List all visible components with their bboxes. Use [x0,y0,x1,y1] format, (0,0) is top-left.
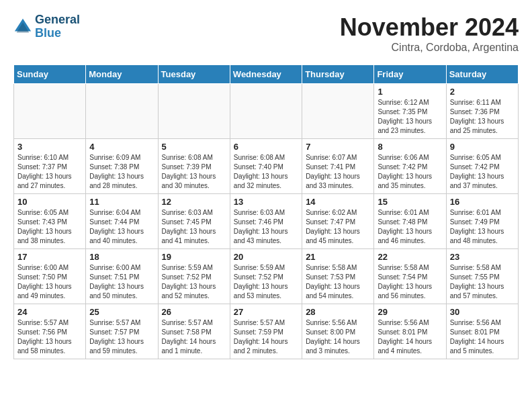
day-number: 19 [162,252,226,262]
day-number: 2 [450,87,515,97]
day-number: 6 [234,142,298,152]
day-number: 1 [378,87,442,97]
day-info: Sunrise: 5:57 AM Sunset: 7:57 PM Dayligh… [89,318,154,356]
day-number: 4 [89,142,154,152]
day-number: 25 [89,307,154,317]
weekday-header-saturday: Saturday [446,65,518,84]
logo: General Blue [13,13,80,40]
weekday-header-thursday: Thursday [302,65,374,84]
calendar-day-cell: 30Sunrise: 5:56 AM Sunset: 8:01 PM Dayli… [446,304,518,359]
calendar-day-cell: 17Sunrise: 6:00 AM Sunset: 7:50 PM Dayli… [14,249,86,304]
calendar-day-cell: 21Sunrise: 5:58 AM Sunset: 7:53 PM Dayli… [302,249,374,304]
day-number: 16 [450,197,515,207]
calendar-day-cell: 22Sunrise: 5:58 AM Sunset: 7:54 PM Dayli… [374,249,446,304]
calendar-day-cell: 1Sunrise: 6:12 AM Sunset: 7:35 PM Daylig… [374,84,446,139]
day-number: 12 [162,197,226,207]
day-info: Sunrise: 6:07 AM Sunset: 7:41 PM Dayligh… [306,153,370,191]
day-info: Sunrise: 6:01 AM Sunset: 7:48 PM Dayligh… [378,208,442,246]
day-number: 24 [17,307,82,317]
calendar-day-cell: 18Sunrise: 6:00 AM Sunset: 7:51 PM Dayli… [86,249,158,304]
calendar-day-cell: 16Sunrise: 6:01 AM Sunset: 7:49 PM Dayli… [446,194,518,249]
day-info: Sunrise: 5:59 AM Sunset: 7:52 PM Dayligh… [162,263,226,301]
day-number: 21 [306,252,370,262]
calendar: SundayMondayTuesdayWednesdayThursdayFrid… [13,64,519,359]
weekday-header-tuesday: Tuesday [158,65,230,84]
calendar-day-cell: 9Sunrise: 6:05 AM Sunset: 7:42 PM Daylig… [446,139,518,194]
day-number: 27 [234,307,298,317]
day-number: 30 [450,307,515,317]
calendar-day-cell: 19Sunrise: 5:59 AM Sunset: 7:52 PM Dayli… [158,249,230,304]
day-number: 18 [89,252,154,262]
calendar-week-row: 17Sunrise: 6:00 AM Sunset: 7:50 PM Dayli… [14,249,519,304]
day-info: Sunrise: 6:04 AM Sunset: 7:44 PM Dayligh… [89,208,154,246]
day-number: 10 [17,197,82,207]
calendar-day-cell: 24Sunrise: 5:57 AM Sunset: 7:56 PM Dayli… [14,304,86,359]
calendar-day-cell: 11Sunrise: 6:04 AM Sunset: 7:44 PM Dayli… [86,194,158,249]
day-number: 22 [378,252,442,262]
day-info: Sunrise: 5:58 AM Sunset: 7:53 PM Dayligh… [306,263,370,301]
calendar-day-cell [158,84,230,139]
month-title: November 2024 [340,13,519,42]
calendar-day-cell [230,84,302,139]
calendar-week-row: 1Sunrise: 6:12 AM Sunset: 7:35 PM Daylig… [14,84,519,139]
day-info: Sunrise: 6:12 AM Sunset: 7:35 PM Dayligh… [378,98,442,136]
day-number: 9 [450,142,515,152]
day-info: Sunrise: 6:00 AM Sunset: 7:51 PM Dayligh… [89,263,154,301]
calendar-day-cell: 2Sunrise: 6:11 AM Sunset: 7:36 PM Daylig… [446,84,518,139]
day-info: Sunrise: 5:56 AM Sunset: 8:01 PM Dayligh… [450,318,515,356]
day-info: Sunrise: 6:03 AM Sunset: 7:45 PM Dayligh… [162,208,226,246]
day-number: 8 [378,142,442,152]
calendar-week-row: 24Sunrise: 5:57 AM Sunset: 7:56 PM Dayli… [14,304,519,359]
day-number: 7 [306,142,370,152]
day-info: Sunrise: 5:56 AM Sunset: 8:00 PM Dayligh… [306,318,370,356]
day-info: Sunrise: 6:02 AM Sunset: 7:47 PM Dayligh… [306,208,370,246]
day-number: 17 [17,252,82,262]
day-info: Sunrise: 6:09 AM Sunset: 7:38 PM Dayligh… [89,153,154,191]
day-number: 23 [450,252,515,262]
logo-text: General Blue [35,13,80,40]
day-info: Sunrise: 5:58 AM Sunset: 7:55 PM Dayligh… [450,263,515,301]
title-area: November 2024 Cintra, Cordoba, Argentina [340,13,519,54]
calendar-day-cell: 4Sunrise: 6:09 AM Sunset: 7:38 PM Daylig… [86,139,158,194]
day-info: Sunrise: 6:03 AM Sunset: 7:46 PM Dayligh… [234,208,298,246]
day-number: 11 [89,197,154,207]
day-number: 20 [234,252,298,262]
calendar-day-cell: 28Sunrise: 5:56 AM Sunset: 8:00 PM Dayli… [302,304,374,359]
day-number: 15 [378,197,442,207]
calendar-day-cell: 13Sunrise: 6:03 AM Sunset: 7:46 PM Dayli… [230,194,302,249]
day-info: Sunrise: 6:06 AM Sunset: 7:42 PM Dayligh… [378,153,442,191]
weekday-header-sunday: Sunday [14,65,86,84]
calendar-day-cell: 14Sunrise: 6:02 AM Sunset: 7:47 PM Dayli… [302,194,374,249]
day-info: Sunrise: 6:11 AM Sunset: 7:36 PM Dayligh… [450,98,515,136]
calendar-day-cell: 6Sunrise: 6:08 AM Sunset: 7:40 PM Daylig… [230,139,302,194]
location-title: Cintra, Cordoba, Argentina [340,42,519,54]
day-number: 13 [234,197,298,207]
calendar-day-cell [302,84,374,139]
logo-line2: Blue [35,27,80,40]
day-number: 5 [162,142,226,152]
day-info: Sunrise: 6:05 AM Sunset: 7:42 PM Dayligh… [450,153,515,191]
calendar-day-cell: 3Sunrise: 6:10 AM Sunset: 7:37 PM Daylig… [14,139,86,194]
day-info: Sunrise: 5:59 AM Sunset: 7:52 PM Dayligh… [234,263,298,301]
day-info: Sunrise: 5:57 AM Sunset: 7:59 PM Dayligh… [234,318,298,356]
day-number: 14 [306,197,370,207]
weekday-header-wednesday: Wednesday [230,65,302,84]
logo-line1: General [35,13,80,27]
calendar-day-cell [14,84,86,139]
day-info: Sunrise: 6:05 AM Sunset: 7:43 PM Dayligh… [17,208,82,246]
day-info: Sunrise: 5:58 AM Sunset: 7:54 PM Dayligh… [378,263,442,301]
day-info: Sunrise: 5:57 AM Sunset: 7:56 PM Dayligh… [17,318,82,356]
calendar-day-cell: 7Sunrise: 6:07 AM Sunset: 7:41 PM Daylig… [302,139,374,194]
day-info: Sunrise: 6:01 AM Sunset: 7:49 PM Dayligh… [450,208,515,246]
calendar-week-row: 10Sunrise: 6:05 AM Sunset: 7:43 PM Dayli… [14,194,519,249]
day-info: Sunrise: 6:08 AM Sunset: 7:39 PM Dayligh… [162,153,226,191]
day-info: Sunrise: 5:57 AM Sunset: 7:58 PM Dayligh… [162,318,226,356]
day-info: Sunrise: 5:56 AM Sunset: 8:01 PM Dayligh… [378,318,442,356]
calendar-day-cell: 25Sunrise: 5:57 AM Sunset: 7:57 PM Dayli… [86,304,158,359]
day-number: 3 [17,142,82,152]
header: General Blue November 2024 Cintra, Cordo… [13,13,519,54]
calendar-day-cell: 26Sunrise: 5:57 AM Sunset: 7:58 PM Dayli… [158,304,230,359]
day-number: 28 [306,307,370,317]
day-info: Sunrise: 6:10 AM Sunset: 7:37 PM Dayligh… [17,153,82,191]
calendar-day-cell: 10Sunrise: 6:05 AM Sunset: 7:43 PM Dayli… [14,194,86,249]
